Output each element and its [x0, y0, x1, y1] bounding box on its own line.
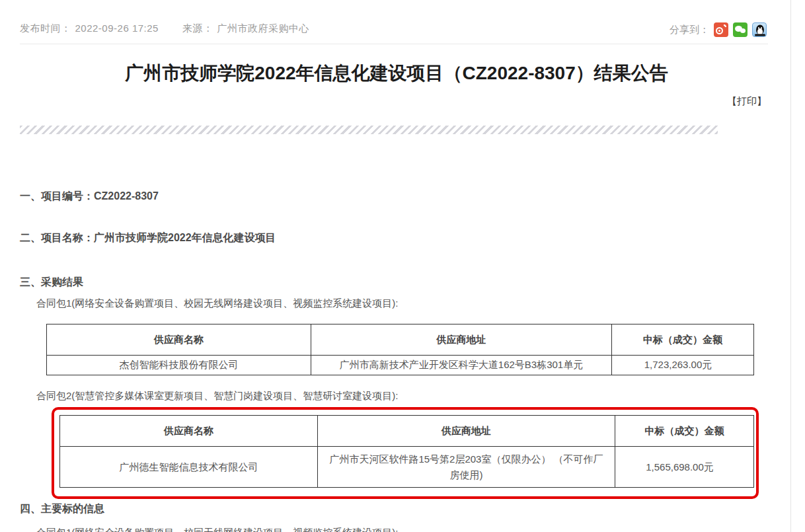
package1-result-table: 供应商名称 供应商地址 中标（成交）金额 杰创智能科技股份有限公司 广州市高新技… [46, 324, 754, 375]
page-right-edge-line [790, 0, 791, 532]
print-button[interactable]: 【打印】 [727, 95, 767, 108]
weibo-eye-dot [718, 30, 720, 32]
clipped-bottom-text: 合同包1(网络安全设备购置项目、校园无线网络建设项目、视频监控系统建设项目): [36, 527, 399, 532]
cell-award-amount: 1,565,698.00元 [615, 447, 754, 488]
table-header-row: 供应商名称 供应商地址 中标（成交）金额 [60, 416, 754, 447]
publish-time-label: 发布时间： [20, 22, 71, 34]
publish-time-value: 2022-09-26 17:25 [75, 22, 159, 34]
source-value: 广州市政府采购中心 [217, 22, 309, 34]
source-label: 来源： [182, 22, 213, 34]
cell-supplier-name: 杰创智能科技股份有限公司 [47, 356, 311, 375]
cell-supplier-address: 广州市天河区软件路15号第2层203室（仅限办公） （不可作厂房使用) [318, 447, 615, 488]
qq-share-icon[interactable] [752, 22, 767, 37]
package2-label: 合同包2(智慧管控多媒体课室更新项目、智慧门岗建设项目、智慧研讨室建设项目): [36, 390, 399, 402]
hatched-divider [20, 126, 718, 134]
table-header-row: 供应商名称 供应商地址 中标（成交）金额 [47, 324, 754, 356]
wechat-share-icon[interactable] [733, 22, 748, 37]
header-supplier-address: 供应商地址 [318, 416, 615, 447]
cell-supplier-address: 广州市高新技术产业开发区科学大道162号B3栋301单元 [311, 356, 612, 375]
weibo-share-icon[interactable] [714, 22, 728, 37]
wechat-bubble-small [740, 28, 746, 33]
header-supplier-address: 供应商地址 [311, 324, 612, 356]
header-award-amount: 中标（成交）金额 [615, 416, 754, 447]
share-label: 分享到： [670, 24, 709, 36]
cell-supplier-name: 广州德生智能信息技术有限公司 [60, 447, 318, 488]
weibo-spark-shape [724, 24, 726, 27]
section-project-name: 二、项目名称：广州市技师学院2022年信息化建设项目 [20, 231, 276, 245]
page-title: 广州市技师学院2022年信息化建设项目（CZ2022-8307）结果公告 [26, 61, 767, 86]
header-supplier-name: 供应商名称 [60, 416, 318, 447]
section-project-number: 一、项目编号：CZ2022-8307 [20, 190, 159, 204]
meta-bar: 发布时间：2022-09-26 17:25来源：广州市政府采购中心 [20, 22, 309, 35]
table-row: 广州德生智能信息技术有限公司 广州市天河区软件路15号第2层203室（仅限办公）… [60, 447, 754, 488]
package1-label: 合同包1(网络安全设备购置项目、校园无线网络建设项目、视频监控系统建设项目): [36, 297, 399, 310]
header-supplier-name: 供应商名称 [47, 324, 311, 356]
meta-divider-line [20, 44, 768, 44]
table-row: 杰创智能科技股份有限公司 广州市高新技术产业开发区科学大道162号B3栋301单… [47, 356, 754, 375]
qq-penguin-shape [754, 24, 766, 37]
cell-award-amount: 1,723,263.00元 [612, 356, 754, 375]
section-procurement-result: 三、采购结果 [20, 276, 83, 289]
share-bar: 分享到： [670, 22, 767, 37]
section-main-subject-info: 四、主要标的信息 [20, 502, 104, 516]
announcement-page: 发布时间：2022-09-26 17:25来源：广州市政府采购中心 分享到： 广… [0, 0, 805, 532]
package2-result-table: 供应商名称 供应商地址 中标（成交）金额 广州德生智能信息技术有限公司 广州市天… [59, 415, 754, 488]
header-award-amount: 中标（成交）金额 [612, 324, 754, 356]
